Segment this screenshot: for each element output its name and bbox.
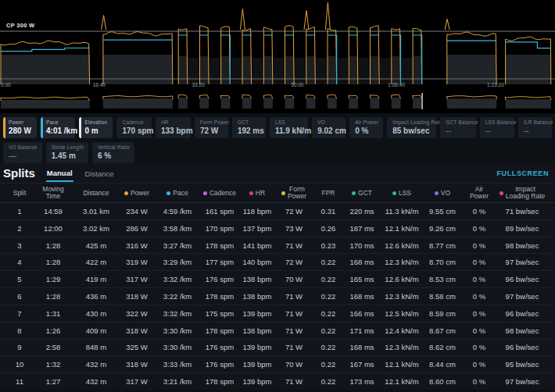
metric-tile-gct[interactable]: GCT192 ms: [232, 117, 266, 138]
rest-bar: [295, 58, 306, 84]
metric-tile-impact-loading-rate[interactable]: Impact Loading Rate85 bw/sec: [387, 117, 436, 138]
table-cell: 8: [7, 326, 32, 335]
table-row[interactable]: 212:003.02 km286 W3:58 /km170 spm137 bpm…: [0, 219, 555, 237]
table-row[interactable]: 41:28422 m319 W3:29 /km177 spm140 bpm72 …: [0, 253, 555, 270]
column-header-label: Moving Time: [42, 186, 63, 200]
table-cell: 141 bpm: [240, 241, 274, 250]
table-cell: 98 bw/sec: [496, 326, 548, 335]
metric-tile-air-power[interactable]: Air Power0 %: [349, 117, 383, 138]
navigator-bar: [263, 98, 273, 109]
metric-tile-form-power[interactable]: Form Power72 W: [195, 117, 228, 138]
metric-tile-cadence[interactable]: Cadence170 spm: [116, 117, 151, 138]
table-row[interactable]: 51:29419 m317 W3:32 /km176 spm138 bpm70 …: [0, 270, 555, 287]
series-color-dot: [281, 191, 285, 195]
column-header-label: FPR: [322, 190, 335, 197]
column-header-label: Pace: [173, 190, 188, 197]
table-cell: 12.4 kN/m: [381, 326, 423, 335]
table-cell: 71 W: [274, 292, 313, 301]
table-cell: 177 spm: [199, 258, 240, 266]
table-cell: 0.22: [313, 275, 343, 283]
table-row[interactable]: 81:26409 m318 W3:30 /km178 spm138 bpm71 …: [0, 322, 555, 339]
elevation-bar: [413, 56, 422, 84]
table-cell: 286 W: [118, 224, 156, 233]
table-row[interactable]: 61:28436 m318 W3:22 /km178 spm138 bpm71 …: [0, 287, 555, 305]
column-header-label: GCT: [358, 190, 372, 197]
table-cell: 170 spm: [199, 224, 240, 233]
metric-tile-power[interactable]: Power280 W: [3, 117, 37, 138]
table-cell: 8.59 cm: [423, 309, 462, 318]
tab-distance[interactable]: Distance: [84, 165, 115, 181]
metric-tile-vo-balance[interactable]: VO Balance—: [3, 142, 42, 163]
table-row[interactable]: 92:58848 m325 W3:30 /km176 spm139 bpm71 …: [0, 339, 555, 356]
metric-tile-hr[interactable]: HR133 bpm: [156, 117, 191, 138]
table-cell: 317 W: [118, 377, 156, 386]
table-cell: 12.1 kN/m: [381, 224, 423, 233]
rest-bar: [380, 58, 391, 84]
table-cell: 318 W: [118, 360, 156, 369]
table-row[interactable]: 31:28425 m316 W3:27 /km178 spm141 bpm71 …: [0, 237, 555, 254]
metric-tile-vo[interactable]: VO9.02 cm: [312, 117, 346, 138]
tile-label: Impact Loading Rate: [392, 119, 431, 125]
table-cell: 0 %: [462, 207, 496, 216]
table-cell: 72 W: [274, 258, 313, 266]
elevation-bar: [103, 55, 173, 84]
metric-tiles-section: Power280 WPace4:01 /kmElevation0 mCadenc…: [0, 113, 555, 163]
x-axis-tick: 16:40: [93, 82, 106, 87]
table-row[interactable]: 111:27432 m317 W3:21 /km178 spm139 bpm71…: [0, 372, 555, 390]
table-cell: 419 m: [74, 275, 118, 283]
table-cell: 0.26: [313, 224, 343, 233]
power-chart-section: 0:0016:4033:2050:001:06:401:23:20 CP 300…: [0, 0, 555, 113]
metric-tile-elevation[interactable]: Elevation0 m: [79, 117, 113, 138]
table-row[interactable]: 114:593.01 km234 W4:59 /km161 spm118 bpm…: [0, 203, 555, 219]
tile-value: 192 ms: [238, 127, 261, 135]
elevation-bar: [221, 56, 231, 84]
splits-table: SplitMoving TimeDistancePowerPaceCadence…: [0, 184, 555, 390]
tile-label: Stride Length: [52, 144, 84, 150]
column-header-label: Form Power: [288, 186, 306, 200]
chart-navigator[interactable]: [0, 89, 555, 113]
table-cell: 8.62 cm: [423, 343, 462, 351]
metric-tile-ilr-balance[interactable]: ILR Balance--: [518, 117, 552, 138]
navigator-bar: [413, 98, 422, 109]
tile-value: 133 bpm: [161, 127, 186, 135]
table-cell: 234 W: [118, 207, 156, 216]
fullscreen-button[interactable]: FULLSCREEN: [497, 169, 550, 177]
metric-tile-gct-balance[interactable]: GCT Balance--: [440, 117, 475, 138]
table-cell: 0.22: [313, 326, 343, 335]
power-chart[interactable]: 0:0016:4033:2050:001:06:401:23:20: [0, 0, 555, 89]
table-cell: 8.60 cm: [423, 377, 462, 386]
tile-label: LSS: [275, 119, 303, 125]
table-cell: 848 m: [74, 343, 118, 351]
column-header-label: VO: [441, 190, 450, 197]
navigator-bar: [447, 98, 496, 109]
metric-tile-lss-balance[interactable]: LSS Balance--: [480, 117, 514, 138]
table-cell: 318 W: [118, 326, 156, 335]
column-header-pace: Pace: [156, 190, 199, 197]
splits-header: Splits Manual Distance FULLSCREEN: [0, 163, 555, 184]
table-cell: 8.70 cm: [423, 258, 462, 266]
table-cell: 138 bpm: [240, 275, 274, 283]
metric-tile-lss[interactable]: LSS11.9 kN/m: [270, 117, 308, 138]
table-row[interactable]: 71:31430 m322 W3:32 /km175 spm139 bpm71 …: [0, 305, 555, 322]
metric-tile-stride-length[interactable]: Stride Length1.45 m: [46, 142, 88, 163]
series-color-dot: [500, 191, 503, 195]
table-row[interactable]: 101:32432 m318 W3:33 /km176 spm139 bpm70…: [0, 355, 555, 372]
table-cell: 0.22: [313, 309, 343, 318]
table-cell: 178 spm: [199, 292, 240, 301]
navigator-bar: [242, 98, 252, 109]
metric-tile-pace[interactable]: Pace4:01 /km: [41, 117, 75, 138]
column-header-impact-loading-rate: Impact Loading Rate: [496, 186, 548, 200]
table-cell: 71 W: [274, 241, 313, 250]
x-axis-tick: 1:23:20: [487, 82, 504, 87]
table-cell: 3:32 /km: [156, 275, 199, 283]
series-color-dot: [352, 191, 356, 195]
tile-label: Form Power: [200, 119, 224, 125]
x-axis-tick: 33:20: [192, 82, 205, 87]
elevation-bar: [285, 56, 295, 84]
column-header-vo: VO: [423, 190, 462, 197]
table-cell: 1:32: [32, 360, 74, 369]
column-header-split: Split: [7, 190, 32, 197]
metric-tile-vertical-ratio[interactable]: Vertical Ratio6 %: [92, 142, 134, 163]
tab-manual[interactable]: Manual: [46, 164, 73, 182]
table-cell: 165 ms: [343, 275, 381, 283]
